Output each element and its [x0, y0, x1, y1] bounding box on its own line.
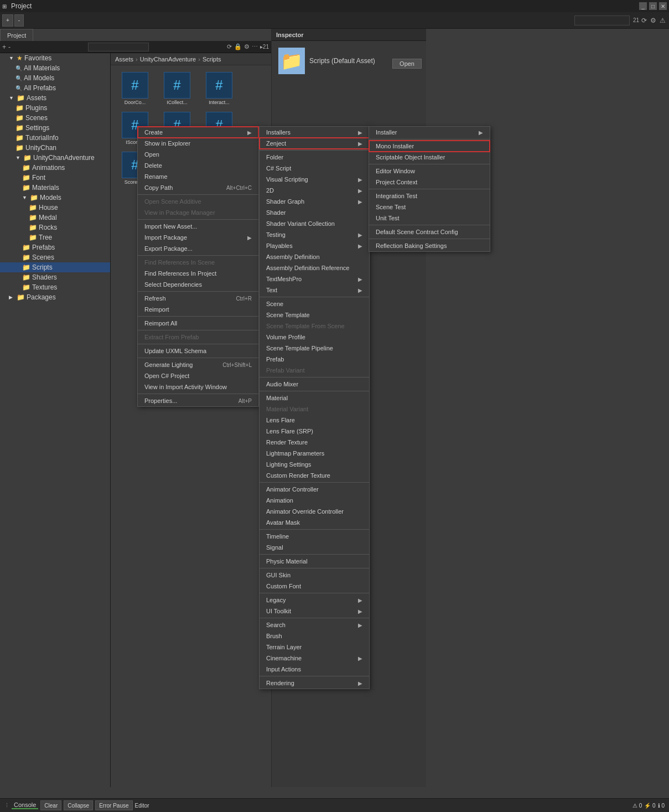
- sidebar-item-font[interactable]: 📁 Font: [0, 173, 110, 183]
- tab-project[interactable]: Project: [0, 29, 33, 41]
- remove-button[interactable]: -: [14, 14, 24, 27]
- sidebar-item-textures[interactable]: 📁 Textures: [0, 282, 110, 292]
- ctx-playables[interactable]: Playables ▶: [260, 240, 369, 251]
- plus-icon[interactable]: +: [2, 43, 6, 51]
- sidebar-item-materials[interactable]: 📁 Materials: [0, 183, 110, 193]
- ctx-volume-profile[interactable]: Volume Profile: [260, 332, 369, 343]
- ctx-properties[interactable]: Properties... Alt+P: [138, 395, 258, 406]
- breadcrumb-scripts[interactable]: Scripts: [203, 56, 221, 63]
- lock-icon[interactable]: 🔒: [234, 43, 242, 50]
- sidebar-item-unitychanadventure[interactable]: ▼ 📁 UnityChanAdventure: [0, 153, 110, 163]
- ctx-reflection-baking[interactable]: Reflection Baking Settings: [369, 240, 490, 251]
- sidebar-item-scenes[interactable]: 📁 Scenes: [0, 113, 110, 123]
- ctx-prefab[interactable]: Prefab: [260, 354, 369, 365]
- ctx-textmeshpro[interactable]: TextMeshPro ▶: [260, 273, 369, 285]
- ctx-default-scene-contract[interactable]: Default Scene Contract Config: [369, 226, 490, 237]
- ctx-unit-test[interactable]: Unit Test: [369, 213, 490, 224]
- sidebar-item-rocks[interactable]: 📁 Rocks: [0, 223, 110, 232]
- sidebar-item-shaders[interactable]: 📁 Shaders: [0, 272, 110, 282]
- sidebar-item-scripts[interactable]: 📁 Scripts: [0, 262, 110, 272]
- ctx-reimport-all[interactable]: Reimport All: [138, 318, 258, 329]
- sidebar-item-favorites[interactable]: ▼ ★ Favorites: [0, 53, 110, 63]
- minimize-button[interactable]: _: [639, 2, 647, 10]
- ctx-input-actions[interactable]: Input Actions: [260, 664, 369, 675]
- refresh-icon[interactable]: ⟳: [227, 43, 232, 50]
- ctx-timeline[interactable]: Timeline: [260, 531, 369, 542]
- clear-button[interactable]: Clear: [40, 800, 61, 810]
- ctx-lens-flare[interactable]: Lens Flare: [260, 415, 369, 426]
- icon1[interactable]: ⟳: [641, 17, 647, 24]
- ctx-search[interactable]: Search ▶: [260, 619, 369, 630]
- sidebar-item-tree[interactable]: 📁 Tree: [0, 232, 110, 242]
- ctx-testing[interactable]: Testing ▶: [260, 229, 369, 240]
- sidebar-item-plugins[interactable]: 📁 Plugins: [0, 103, 110, 113]
- ctx-csharp-script[interactable]: C# Script: [260, 163, 369, 174]
- ctx-project-context[interactable]: Project Context: [369, 177, 490, 188]
- ctx-text[interactable]: Text ▶: [260, 285, 369, 296]
- ctx-custom-render-texture[interactable]: Custom Render Texture: [260, 470, 369, 481]
- error-pause-button[interactable]: Error Pause: [95, 800, 132, 810]
- ctx-lighting-settings[interactable]: Lighting Settings: [260, 459, 369, 470]
- ctx-2d[interactable]: 2D ▶: [260, 185, 369, 196]
- ctx-physic-material[interactable]: Physic Material: [260, 556, 369, 567]
- ctx-animator-override[interactable]: Animator Override Controller: [260, 506, 369, 517]
- ctx-refresh[interactable]: Refresh Ctrl+R: [138, 293, 258, 304]
- settings-icon[interactable]: ⚙: [244, 43, 250, 50]
- search-input[interactable]: [574, 15, 630, 25]
- open-button[interactable]: Open: [392, 59, 422, 69]
- project-search-input[interactable]: [88, 43, 149, 51]
- ctx-update-uxml[interactable]: Update UXML Schema: [138, 345, 258, 356]
- file-item-icollect[interactable]: # ICollect...: [157, 70, 197, 107]
- ctx-scene-test[interactable]: Scene Test: [369, 201, 490, 213]
- sidebar-item-unitychan[interactable]: 📁 UnityChan: [0, 143, 110, 153]
- sidebar-item-tutorialinfo[interactable]: 📁 TutorialInfo: [0, 133, 110, 143]
- ctx-rendering[interactable]: Rendering ▶: [260, 677, 369, 689]
- ctx-scene-template-pipeline[interactable]: Scene Template Pipeline: [260, 343, 369, 354]
- ctx-export-package[interactable]: Export Package...: [138, 243, 258, 254]
- ctx-scene[interactable]: Scene: [260, 298, 369, 309]
- icon3[interactable]: ⚠: [660, 17, 666, 24]
- ctx-open-csharp[interactable]: Open C# Project: [138, 370, 258, 381]
- ctx-generate-lighting[interactable]: Generate Lighting Ctrl+Shift+L: [138, 359, 258, 370]
- ctx-cinemachine[interactable]: Cinemachine ▶: [260, 653, 369, 664]
- ctx-animation[interactable]: Animation: [260, 495, 369, 506]
- ctx-ui-toolkit[interactable]: UI Toolkit ▶: [260, 606, 369, 617]
- console-tab-label[interactable]: Console: [12, 801, 38, 809]
- ctx-import-new-asset[interactable]: Import New Asset...: [138, 221, 258, 232]
- ctx-show-explorer[interactable]: Show in Explorer: [138, 138, 258, 149]
- sidebar-item-packages[interactable]: ▶ 📁 Packages: [0, 292, 110, 302]
- ctx-lens-flare-srp[interactable]: Lens Flare (SRP): [260, 426, 369, 437]
- ctx-copy-path[interactable]: Copy Path Alt+Ctrl+C: [138, 182, 258, 193]
- ctx-scene-template[interactable]: Scene Template: [260, 309, 369, 320]
- close-button[interactable]: ✕: [659, 2, 667, 10]
- ctx-view-import-activity[interactable]: View in Import Activity Window: [138, 381, 258, 392]
- ctx-shader[interactable]: Shader: [260, 207, 369, 218]
- ctx-animator-controller[interactable]: Animator Controller: [260, 484, 369, 495]
- ctx-delete[interactable]: Delete: [138, 160, 258, 171]
- ctx-assembly-def-ref[interactable]: Assembly Definition Reference: [260, 262, 369, 273]
- sidebar-item-settings[interactable]: 📁 Settings: [0, 123, 110, 133]
- ctx-signal[interactable]: Signal: [260, 542, 369, 553]
- file-item-doorco[interactable]: # DoorCo...: [115, 70, 155, 107]
- sidebar-item-models[interactable]: ▼ 📁 Models: [0, 193, 110, 203]
- sidebar-item-scenes2[interactable]: 📁 Scenes: [0, 252, 110, 262]
- ctx-render-texture[interactable]: Render Texture: [260, 437, 369, 448]
- collapse-button[interactable]: Collapse: [64, 800, 93, 810]
- sidebar-item-all-prefabs[interactable]: 🔍 All Prefabs: [0, 83, 110, 93]
- maximize-button[interactable]: □: [649, 2, 657, 10]
- more-icon[interactable]: ⋯: [252, 43, 258, 50]
- sidebar-item-medal[interactable]: 📁 Medal: [0, 213, 110, 223]
- sidebar-item-assets[interactable]: ▼ 📁 Assets: [0, 93, 110, 103]
- ctx-legacy[interactable]: Legacy ▶: [260, 594, 369, 606]
- file-item-interact[interactable]: # Interact...: [199, 70, 239, 107]
- ctx-brush[interactable]: Brush: [260, 630, 369, 642]
- ctx-import-package[interactable]: Import Package ▶: [138, 232, 258, 243]
- icon2[interactable]: ⚙: [650, 17, 656, 24]
- ctx-open[interactable]: Open: [138, 149, 258, 160]
- ctx-assembly-def[interactable]: Assembly Definition: [260, 251, 369, 262]
- minus-icon[interactable]: -: [8, 43, 11, 51]
- sidebar-item-prefabs[interactable]: 📁 Prefabs: [0, 242, 110, 252]
- ctx-lightmap-params[interactable]: Lightmap Parameters: [260, 448, 369, 459]
- ctx-shader-variant[interactable]: Shader Variant Collection: [260, 218, 369, 229]
- ctx-editor-window[interactable]: Editor Window: [369, 165, 490, 177]
